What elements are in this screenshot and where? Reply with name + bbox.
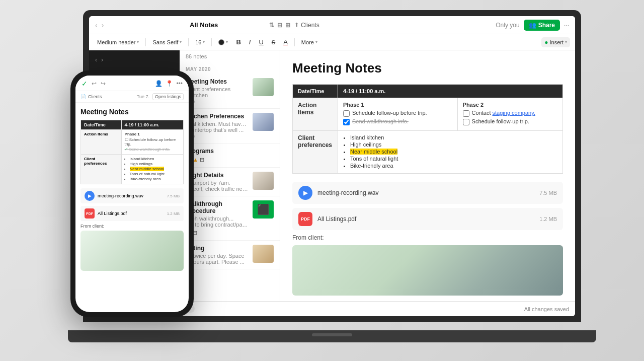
notes-count: 86 notes xyxy=(180,50,280,62)
phase2-task1: Contact staging company. xyxy=(463,110,557,117)
all-notes-title: All Notes xyxy=(190,21,218,29)
note-item-programs[interactable]: Programs ▲ ▲ ⊟ xyxy=(180,143,280,168)
phone-meeting-table: Date/Time 4-19 / 11:00 a.m. Action Items… xyxy=(80,120,184,184)
phone-file-audio[interactable]: ▶ meeting-recording.wav 7.5 MB xyxy=(80,188,184,203)
client-prefs-label: Client preferences xyxy=(293,131,338,174)
color-swatch xyxy=(218,39,224,45)
text-color-button[interactable]: ▾ xyxy=(215,38,231,47)
file-audio-size: 7.5 MB xyxy=(539,190,557,196)
file-pdf[interactable]: PDF All Listings.pdf 1.2 MB xyxy=(292,208,563,230)
note-breadcrumb-area: ⬆ Clients xyxy=(294,22,492,29)
share-icon: 👥 xyxy=(529,22,536,29)
note-icons-3: ▲ ▲ ⊟ xyxy=(186,157,274,163)
share-button[interactable]: 👥 Share xyxy=(524,20,560,31)
note-preview-4: he airport by 7am. xyxy=(186,180,249,186)
phone-clients-link[interactable]: Clients xyxy=(88,94,102,99)
scene: ‹ › All Notes ⇅ ⊟ ⊞ ⬆ xyxy=(0,0,644,361)
note-item-meeting[interactable]: Meeting Notes Client preferences d kitch… xyxy=(180,74,280,109)
phone-pref-row: Client preferences Island kitchen High c… xyxy=(81,155,184,184)
note-thumb-2 xyxy=(253,113,274,131)
phone-audio-name: meeting-recording.wav xyxy=(98,193,143,198)
phone-action-label: Action Items xyxy=(81,130,122,155)
grid-icon[interactable]: ⊞ xyxy=(285,22,290,29)
phase2-task2-checkbox[interactable] xyxy=(463,119,469,125)
sidebar-nav: ‹ › xyxy=(95,21,186,29)
phone-file-pdf[interactable]: PDF All Listings.pdf 1.2 MB xyxy=(80,206,184,221)
col-header-value: 4-19 / 11:00 a.m. xyxy=(338,85,563,98)
pref-highlight: Near middle school xyxy=(350,149,397,155)
phase2-task2: Schedule follow-up trip. xyxy=(463,118,557,125)
note-item-walkthrough[interactable]: Walkthrough Procedure each walkthrough..… xyxy=(180,196,280,241)
phone-pref-label: Client preferences xyxy=(81,155,122,184)
phase2-task1-checkbox[interactable] xyxy=(463,110,469,117)
text-style-button[interactable]: A xyxy=(280,37,291,47)
phone-redo-icon[interactable]: ↪ xyxy=(101,80,106,87)
phone-more-icon[interactable]: ••• xyxy=(176,80,183,87)
toolbar-sep-2 xyxy=(188,38,189,46)
preferences-list: Island kitchen High ceilings Near middle… xyxy=(343,134,557,169)
phone-person-icon[interactable]: 👤 xyxy=(155,80,163,87)
nav-forward-icon[interactable]: › xyxy=(102,21,104,29)
meeting-table: Date/Time 4-19 / 11:00 a.m. Action Items… xyxy=(292,84,563,174)
phone-location-icon[interactable]: 📍 xyxy=(166,80,173,87)
font-size-dropdown[interactable]: 16 ▾ xyxy=(192,38,208,47)
col-header-datetime: Date/Time xyxy=(293,85,338,98)
filter-icon[interactable]: ⊟ xyxy=(277,22,282,29)
pref-1: Island kitchen xyxy=(350,134,557,140)
pref-5: Bike-friendly area xyxy=(350,163,557,169)
export-icon[interactable]: ⬆ xyxy=(294,22,299,28)
phone-open-listings[interactable]: Open listings xyxy=(152,93,184,100)
phase1-task2-checkbox[interactable] xyxy=(343,119,350,125)
more-dropdown[interactable]: More ▾ xyxy=(298,38,320,47)
sort-icon[interactable]: ⇅ xyxy=(269,22,274,29)
app-header: ‹ › All Notes ⇅ ⊟ ⊞ ⬆ xyxy=(89,16,575,34)
staging-link[interactable]: staging company. xyxy=(493,110,535,116)
phone-client-image xyxy=(80,231,184,271)
breadcrumb-clients[interactable]: Clients xyxy=(301,22,319,29)
from-client-label: From client: xyxy=(292,234,563,241)
note-title-5: Walkthrough Procedure xyxy=(186,200,249,214)
nav-back-icon[interactable]: ‹ xyxy=(95,21,98,29)
file-pdf-name: All Listings.pdf xyxy=(317,215,356,223)
note-thumb-1 xyxy=(253,78,274,96)
format-style-dropdown[interactable]: Medium header ▾ xyxy=(94,38,142,47)
phase1-task1-checkbox[interactable] xyxy=(343,110,350,117)
phone-doc-icon: 📄 xyxy=(80,94,86,99)
more-menu-icon[interactable]: ··· xyxy=(564,22,569,29)
all-notes-header: All Notes ⇅ ⊟ ⊞ xyxy=(190,21,290,29)
share-only-you: Only you xyxy=(496,22,519,29)
file-audio[interactable]: ▶ meeting-recording.wav 7.5 MB xyxy=(292,182,563,204)
note-preview-5b: yer to bring contract/paperwork xyxy=(186,222,249,228)
note-thumb-6 xyxy=(253,245,274,263)
phase2-task2-text: Schedule follow-up trip. xyxy=(472,118,529,124)
insert-dropdown[interactable]: ● Insert ▾ xyxy=(541,37,570,47)
phone-date: Tue 7. xyxy=(137,94,149,99)
phone-pref-cell: Island kitchen High ceilings Near middle… xyxy=(121,155,183,184)
underline-button[interactable]: U xyxy=(256,37,266,47)
forward-arrow[interactable]: › xyxy=(101,56,103,63)
chevron-down-icon: ▾ xyxy=(137,40,139,44)
bold-button[interactable]: B xyxy=(233,37,244,47)
back-arrow[interactable]: ‹ xyxy=(95,56,97,63)
phone-check-icon[interactable]: ✓ xyxy=(82,80,88,88)
phone-breadcrumb: 📄 Clients xyxy=(80,94,102,99)
phone-pdf-name: All Listings.pdf xyxy=(98,211,127,216)
phone-audio-icon: ▶ xyxy=(85,191,95,201)
laptop-base xyxy=(68,330,596,342)
phone-col-val: 4-19 / 11:00 a.m. xyxy=(121,120,183,130)
font-dropdown[interactable]: Sans Serif ▾ xyxy=(149,38,185,47)
header-right: Only you 👥 Share ··· xyxy=(496,20,569,31)
action-items-row: Action Items Phase 1 Schedule follow-up … xyxy=(293,98,563,131)
phase1-header: Phase 1 xyxy=(343,102,452,108)
note-item-flight[interactable]: Flight Details he airport by 7am. takeof… xyxy=(180,168,280,196)
file-pdf-size: 1.2 MB xyxy=(539,216,557,222)
italic-button[interactable]: I xyxy=(246,37,254,47)
note-item-sitting[interactable]: Sitting nd twice per day. Space 2 hours … xyxy=(180,241,280,269)
client-prefs-cell: Island kitchen High ceilings Near middle… xyxy=(338,131,563,174)
note-title-1: Meeting Notes xyxy=(186,78,249,85)
phone-pdf-icon: PDF xyxy=(85,208,95,219)
phone-undo-icon[interactable]: ↩ xyxy=(92,80,97,87)
strikethrough-button[interactable]: S xyxy=(269,38,278,47)
phone-task2: ✓ Send walkthrough info. xyxy=(125,147,180,152)
note-item-kitchen[interactable]: Kitchen Preferences deal kitchen. Must h… xyxy=(180,109,280,143)
